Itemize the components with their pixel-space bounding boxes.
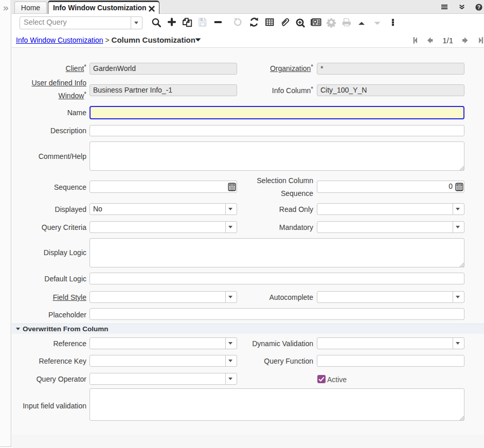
svg-text:1/1: 1/1 [442,37,453,45]
svg-text:?: ? [477,4,480,10]
